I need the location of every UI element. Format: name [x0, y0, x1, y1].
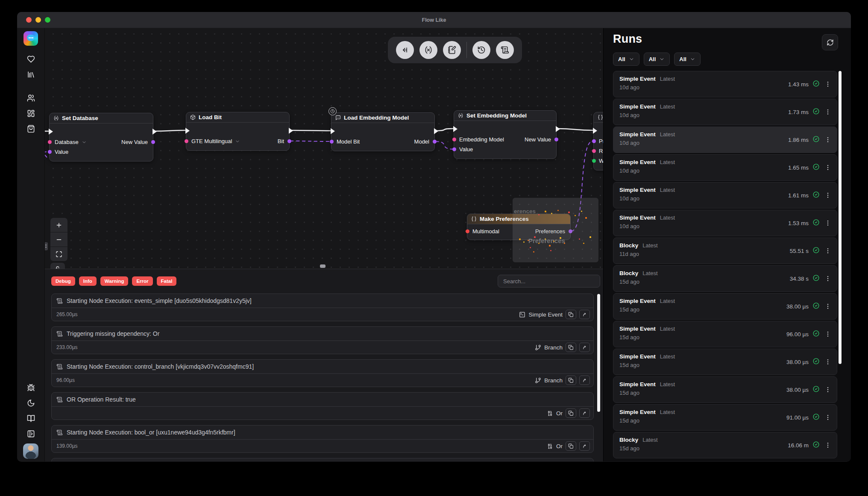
runs-filter-1[interactable]: All [613, 53, 639, 66]
sidebar-item-users[interactable] [23, 90, 38, 106]
input-port[interactable]: Database [55, 139, 87, 145]
node-load-bit[interactable]: Load BitGTE MultilingualBit [186, 112, 290, 151]
run-menu-button[interactable] [824, 79, 832, 90]
input-port[interactable]: Model Bit [337, 138, 360, 145]
run-menu-button[interactable] [824, 301, 832, 312]
output-port[interactable]: Model [414, 138, 429, 145]
sidebar-item-book-open[interactable] [23, 411, 38, 426]
toolbar-script-button[interactable] [496, 41, 514, 59]
jump-to-node-button[interactable] [579, 343, 590, 352]
node-set-database[interactable]: Set DatabaseDatabaseNew ValueValue [49, 113, 153, 161]
runs-filter-2[interactable]: All [644, 53, 670, 66]
exec-in-pin[interactable] [453, 126, 457, 132]
fullscreen-button[interactable] [45, 17, 50, 23]
toolbar-step-back-button[interactable] [396, 41, 414, 59]
sidebar-item-moon[interactable] [23, 395, 38, 411]
close-button[interactable] [26, 17, 32, 23]
runs-scrollbar[interactable] [839, 71, 842, 364]
minimize-button[interactable] [35, 17, 41, 23]
run-menu-button[interactable] [824, 329, 832, 340]
exec-in-pin[interactable] [593, 128, 597, 134]
run-list-item[interactable]: BlockyLatest11d ago55.51 s [613, 238, 837, 264]
input-port[interactable]: Multimodal [472, 228, 499, 235]
run-list-item[interactable]: Simple EventLatest15d ago91.00 µs [613, 404, 837, 431]
copy-log-button[interactable] [566, 310, 576, 319]
log-filter-debug[interactable]: Debug [51, 276, 75, 286]
copy-log-button[interactable] [566, 343, 576, 352]
run-menu-button[interactable] [824, 106, 832, 117]
panel-resize-handle-left[interactable] [45, 242, 48, 250]
run-menu-button[interactable] [824, 162, 832, 173]
toolbar-notebook-pen-button[interactable] [443, 41, 461, 59]
log-entry[interactable]: Hi [51, 458, 594, 461]
toolbar-variable-button[interactable] [419, 41, 437, 59]
exec-out-pin[interactable] [556, 126, 560, 132]
sidebar-item-shopping-bag[interactable] [23, 121, 38, 136]
toolbar-history-button[interactable] [472, 41, 490, 59]
output-port[interactable]: Bit [278, 138, 284, 144]
run-list-item[interactable]: Simple EventLatest10d ago1.73 ms [613, 99, 837, 125]
run-list-item[interactable]: Simple EventLatest15d ago38.00 µs [613, 376, 837, 403]
jump-to-node-button[interactable] [579, 408, 590, 418]
run-menu-button[interactable] [824, 190, 832, 201]
sidebar-item-bug[interactable] [23, 380, 38, 395]
log-entry[interactable]: Starting Node Execution: events_simple [… [51, 293, 594, 321]
run-list-item[interactable]: Simple EventLatest10d ago1.65 ms [613, 154, 837, 181]
input-port[interactable]: Re [599, 148, 603, 154]
input-port[interactable]: Value [459, 146, 473, 153]
run-menu-button[interactable] [824, 440, 832, 451]
fit-view-button[interactable] [50, 247, 67, 261]
node-load-embedding-model[interactable]: Load Embedding ModelModel BitModel [331, 112, 435, 151]
run-list-item[interactable]: Simple EventLatest15d ago96.00 µs [613, 321, 837, 347]
node-set-embedding-model[interactable]: Set Embedding ModelEmbedding ModelNew Va… [454, 110, 557, 159]
jump-to-node-button[interactable] [579, 441, 590, 451]
refresh-runs-button[interactable] [822, 34, 838, 50]
run-list-item[interactable]: Simple EventLatest15d ago38.00 µs [613, 349, 837, 375]
input-port[interactable]: Embedding Model [459, 136, 504, 143]
copy-log-button[interactable] [566, 376, 576, 385]
run-menu-button[interactable] [824, 412, 832, 423]
run-menu-button[interactable] [824, 384, 832, 395]
exec-out-pin[interactable] [289, 128, 293, 134]
user-avatar[interactable] [23, 443, 38, 459]
exec-out-pin[interactable] [434, 128, 438, 134]
lock-canvas-button[interactable] [50, 263, 65, 269]
panel-resize-handle-bottom[interactable] [320, 264, 326, 268]
run-menu-button[interactable] [824, 217, 832, 229]
copy-log-button[interactable] [566, 408, 576, 418]
run-list-item[interactable]: BlockyLatest15d ago34.38 s [613, 265, 837, 292]
log-entry[interactable]: Triggering missing dependency: Or233.00µ… [51, 326, 594, 354]
log-filter-fatal[interactable]: Fatal [157, 276, 177, 286]
app-logo-button[interactable] [23, 31, 38, 46]
sidebar-item-heart[interactable] [23, 51, 38, 67]
flow-canvas[interactable]: erences Preferences Set DatabaseDatabase… [45, 28, 603, 269]
exec-in-pin[interactable] [185, 128, 190, 134]
run-menu-button[interactable] [824, 273, 832, 284]
zoom-out-button[interactable] [50, 232, 67, 247]
sidebar-item-library[interactable] [23, 67, 38, 82]
jump-to-node-button[interactable] [579, 310, 590, 319]
log-scrollbar[interactable] [597, 294, 600, 412]
run-list-item[interactable]: Simple EventLatest15d ago38.00 µs [613, 293, 837, 320]
output-port[interactable]: New Value [525, 136, 551, 143]
run-menu-button[interactable] [824, 245, 832, 256]
log-filter-error[interactable]: Error [132, 276, 152, 286]
log-entry[interactable]: OR Operation Result: trueOr [51, 392, 594, 420]
exec-out-pin[interactable] [152, 129, 157, 135]
exec-in-pin[interactable] [331, 128, 335, 134]
run-list-item[interactable]: Simple EventLatest10d ago1.86 ms [613, 126, 837, 153]
input-port[interactable]: GTE Multilingual [191, 138, 240, 144]
sidebar-item-panel-toggle[interactable] [23, 426, 38, 441]
run-menu-button[interactable] [824, 134, 832, 145]
log-entry[interactable]: Starting Node Execution: bool_or [uxu1ne… [51, 425, 594, 453]
input-port[interactable]: Value [55, 149, 68, 155]
log-filter-warning[interactable]: Warning [100, 276, 129, 286]
log-entry[interactable]: Starting Node Execution: control_branch … [51, 359, 594, 387]
input-port[interactable]: W [599, 158, 603, 164]
log-filter-info[interactable]: Info [79, 276, 97, 286]
output-port[interactable]: New Value [121, 139, 148, 145]
run-list-item[interactable]: Simple EventLatest10d ago1.43 ms [613, 71, 837, 97]
jump-to-node-button[interactable] [579, 376, 590, 385]
log-search-input[interactable] [498, 275, 600, 288]
input-port[interactable]: Pr [599, 138, 603, 144]
